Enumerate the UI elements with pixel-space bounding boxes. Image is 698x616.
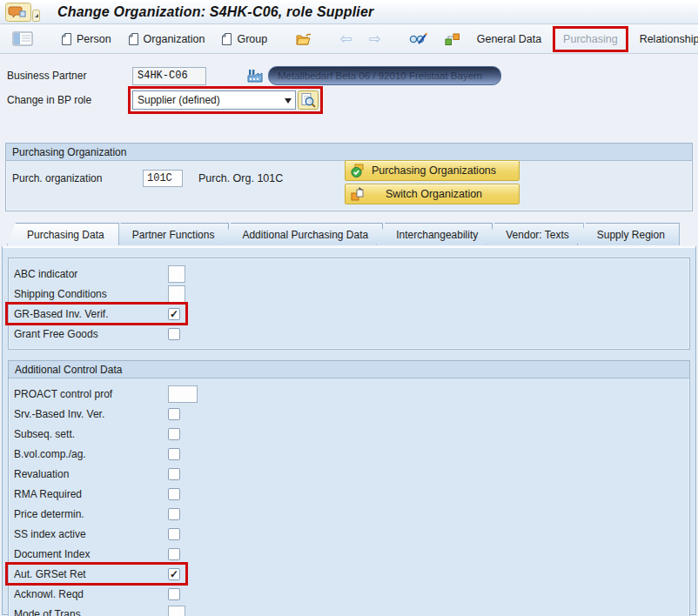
bp-role-row: Change in BP role Supplier (defined) bbox=[7, 87, 698, 113]
input-mode-of-trans[interactable] bbox=[168, 606, 185, 616]
group-label: Group bbox=[237, 33, 267, 45]
page-title: Change Organization: S4HK-C06, role Supp… bbox=[57, 4, 374, 20]
tab-supply-region[interactable]: Supply Region bbox=[577, 223, 680, 245]
field-label-gr-based-inv-verif: GR-Based Inv. Verif. bbox=[14, 308, 168, 320]
field-label-b-vol-comp-ag: B.vol.comp./ag. bbox=[14, 448, 168, 460]
checkbox-document-index[interactable] bbox=[168, 548, 180, 560]
purchasing-button[interactable]: Purchasing bbox=[560, 30, 621, 49]
display-change-icon[interactable] bbox=[404, 28, 433, 50]
field-row-abc-indicator: ABC indicator bbox=[9, 264, 689, 284]
field-row-aut-grset-ret: Aut. GRSet Ret✓ bbox=[9, 564, 689, 584]
checkbox-acknowl-reqd[interactable] bbox=[168, 588, 180, 600]
title-bar: Change Organization: S4HK-C06, role Supp… bbox=[0, 0, 698, 24]
field-label-subseq-sett: Subseq. sett. bbox=[14, 428, 168, 440]
organization-label: Organization bbox=[144, 33, 205, 45]
purch-org-field[interactable]: 101C bbox=[143, 170, 183, 187]
display-role-search-icon[interactable] bbox=[298, 90, 319, 110]
tab-purchasing-data[interactable]: Purchasing Data bbox=[7, 223, 119, 245]
field-label-price-determin: Price determin. bbox=[14, 508, 168, 520]
overview-panes-icon[interactable] bbox=[7, 28, 38, 50]
field-row-price-determin: Price determin. bbox=[9, 504, 689, 524]
switch-organization-label: Switch Organization bbox=[370, 188, 498, 200]
purchasing-label: Purchasing bbox=[563, 33, 618, 45]
additional-control-data-title: Additional Control Data bbox=[9, 361, 689, 378]
input-abc-indicator[interactable] bbox=[168, 265, 185, 283]
purch-org-text: Purch. Org. 101C bbox=[198, 172, 283, 184]
field-row-gr-based-inv-verif: GR-Based Inv. Verif.✓ bbox=[9, 304, 689, 324]
tab-additional-purchasing-data[interactable]: Additional Purchasing Data bbox=[222, 223, 383, 245]
general-data-button[interactable]: General Data bbox=[472, 30, 547, 49]
back-arrow-icon[interactable]: ⇦ bbox=[334, 28, 357, 50]
field-row-ss-index-active: SS index active bbox=[9, 524, 689, 544]
header-form: Business Partner S4HK-C06 Metallbedarf B… bbox=[0, 54, 698, 113]
purchasing-organization-box: Purchasing Organization Purch. organizat… bbox=[5, 143, 693, 211]
open-folder-icon[interactable] bbox=[290, 29, 317, 50]
chevron-down-icon bbox=[285, 98, 292, 104]
checkbox-srv-based-inv-ver[interactable] bbox=[168, 408, 180, 420]
relationships-label: Relationships bbox=[640, 33, 698, 45]
field-row-document-index: Document Index bbox=[9, 544, 689, 564]
document-icon bbox=[128, 32, 139, 46]
checkbox-price-determin[interactable] bbox=[168, 508, 180, 520]
checkbox-b-vol-comp-ag[interactable] bbox=[168, 448, 180, 460]
tab-vendor-texts[interactable]: Vendor: Texts bbox=[486, 223, 584, 245]
field-label-grant-free-goods: Grant Free Goods bbox=[14, 328, 168, 340]
factory-icon bbox=[246, 69, 263, 84]
field-row-rma-required: RMA Required bbox=[9, 484, 689, 504]
switch-organization-button[interactable]: Switch Organization bbox=[345, 184, 520, 204]
field-row-shipping-conditions: Shipping Conditions bbox=[9, 284, 689, 304]
tab-partner-functions[interactable]: Partner Functions bbox=[112, 223, 230, 245]
checkbox-aut-grset-ret[interactable]: ✓ bbox=[168, 568, 180, 580]
purch-org-buttons: Purchasing Organizations Switch Organiza… bbox=[345, 160, 520, 204]
purchasing-data-groupbox: ABC indicatorShipping ConditionsGR-Based… bbox=[8, 258, 690, 350]
bp-role-value: Supplier (defined) bbox=[138, 94, 220, 106]
transaction-icon[interactable] bbox=[5, 3, 40, 22]
checkbox-ss-index-active[interactable] bbox=[168, 528, 180, 540]
create-person-button[interactable]: Person bbox=[56, 29, 117, 50]
forward-arrow-icon[interactable]: ⇨ bbox=[363, 28, 386, 50]
create-group-button[interactable]: Group bbox=[216, 29, 272, 50]
person-label: Person bbox=[77, 33, 111, 45]
checkbox-revaluation[interactable] bbox=[168, 468, 180, 480]
create-organization-button[interactable]: Organization bbox=[123, 29, 211, 50]
field-row-srv-based-inv-ver: Srv.-Based Inv. Ver. bbox=[9, 404, 689, 424]
business-partner-row: Business Partner S4HK-C06 Metallbedarf B… bbox=[7, 65, 698, 86]
input-proact-control-prof[interactable] bbox=[168, 385, 198, 403]
tab-interchangeability[interactable]: Interchangeability bbox=[376, 223, 493, 245]
purch-org-label: Purch. organization bbox=[12, 172, 143, 184]
general-data-label: General Data bbox=[477, 33, 541, 45]
business-partner-label: Business Partner bbox=[7, 70, 128, 82]
additional-control-data-groupbox: Additional Control Data PROACT control p… bbox=[8, 360, 690, 616]
sap-window: Change Organization: S4HK-C06, role Supp… bbox=[0, 0, 698, 616]
checkbox-gr-based-inv-verif[interactable]: ✓ bbox=[168, 308, 180, 320]
checkbox-rma-required[interactable] bbox=[168, 488, 180, 500]
field-label-mode-of-trans: Mode of Trans. bbox=[14, 608, 168, 616]
bp-role-label: Change in BP role bbox=[7, 94, 128, 106]
field-label-rma-required: RMA Required bbox=[14, 488, 168, 500]
field-label-abc-indicator: ABC indicator bbox=[14, 268, 168, 280]
input-shipping-conditions[interactable] bbox=[168, 285, 185, 303]
field-label-ss-index-active: SS index active bbox=[14, 528, 168, 540]
field-label-acknowl-reqd: Acknowl. Reqd bbox=[14, 588, 168, 600]
field-row-grant-free-goods: Grant Free Goods bbox=[9, 324, 689, 344]
field-row-subseq-sett: Subseq. sett. bbox=[9, 424, 689, 444]
purchasing-data-panel: ABC indicatorShipping ConditionsGR-Based… bbox=[2, 245, 696, 615]
locator-icon[interactable] bbox=[439, 28, 466, 50]
purchasing-organizations-button[interactable]: Purchasing Organizations bbox=[345, 160, 520, 181]
purchasing-organizations-label: Purchasing Organizations bbox=[370, 164, 498, 177]
field-label-document-index: Document Index bbox=[14, 548, 168, 560]
annotation-red-box-purchasing: Purchasing bbox=[553, 26, 628, 52]
field-row-b-vol-comp-ag: B.vol.comp./ag. bbox=[9, 444, 689, 464]
business-partner-field[interactable]: S4HK-C06 bbox=[132, 67, 206, 85]
field-label-aut-grset-ret: Aut. GRSet Ret bbox=[14, 568, 168, 580]
tab-strip: Purchasing DataPartner FunctionsAddition… bbox=[7, 223, 698, 245]
annotation-red-box-bp-role: Supplier (defined) bbox=[128, 86, 323, 114]
relationships-button[interactable]: Relationships bbox=[634, 30, 698, 49]
field-row-acknowl-reqd: Acknowl. Reqd bbox=[9, 584, 689, 604]
checkbox-subseq-sett[interactable] bbox=[168, 428, 180, 440]
checkbox-grant-free-goods[interactable] bbox=[168, 328, 180, 340]
bp-role-dropdown[interactable]: Supplier (defined) bbox=[132, 90, 296, 110]
field-label-shipping-conditions: Shipping Conditions bbox=[14, 288, 168, 300]
field-row-proact-control-prof: PROACT control prof bbox=[9, 384, 689, 404]
field-row-mode-of-trans: Mode of Trans. bbox=[9, 604, 689, 616]
